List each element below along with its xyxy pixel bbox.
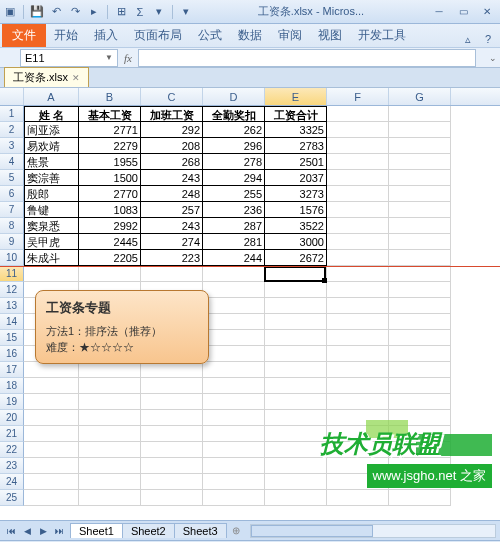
cell[interactable] [203,362,265,378]
cell[interactable]: 2992 [79,218,141,234]
qat-tool1-icon[interactable]: ⊞ [113,4,129,20]
cell[interactable] [141,362,203,378]
cell[interactable] [141,266,203,282]
cell[interactable]: 223 [141,250,203,266]
cell[interactable]: 281 [203,234,265,250]
sheet-nav-last-icon[interactable]: ⏭ [52,524,66,538]
cell[interactable] [141,394,203,410]
save-icon[interactable]: 💾 [29,4,45,20]
tab-formulas[interactable]: 公式 [190,24,230,47]
workbook-close-icon[interactable]: ✕ [72,73,80,83]
cell[interactable] [327,314,389,330]
cell[interactable] [265,282,327,298]
cell[interactable]: 1955 [79,154,141,170]
hscroll-thumb[interactable] [251,525,373,537]
cell[interactable]: 焦景 [24,154,79,170]
cell[interactable] [203,314,265,330]
cell[interactable] [389,490,451,506]
row-header[interactable]: 2 [0,122,24,138]
row-header[interactable]: 10 [0,250,24,266]
cell[interactable] [389,186,451,202]
cell[interactable] [389,426,451,442]
cell[interactable]: 294 [203,170,265,186]
cell[interactable] [327,330,389,346]
cell[interactable] [79,490,141,506]
cell[interactable] [24,266,79,282]
name-box[interactable]: E11 ▼ [20,49,118,67]
cell[interactable]: 易欢靖 [24,138,79,154]
cell[interactable]: 吴甲虎 [24,234,79,250]
cell[interactable] [24,458,79,474]
cell[interactable] [265,362,327,378]
cell[interactable]: 鲁键 [24,202,79,218]
cell[interactable] [79,410,141,426]
row-header[interactable]: 18 [0,378,24,394]
cell[interactable]: 2445 [79,234,141,250]
cell[interactable]: 全勤奖扣 [203,106,265,122]
row-header[interactable]: 13 [0,298,24,314]
cell[interactable] [327,234,389,250]
cell[interactable] [389,410,451,426]
cell[interactable] [203,266,265,282]
cell[interactable]: 訚亚添 [24,122,79,138]
row-header[interactable]: 22 [0,442,24,458]
cell[interactable]: 236 [203,202,265,218]
cell[interactable] [203,426,265,442]
cell[interactable] [265,394,327,410]
cell[interactable] [327,186,389,202]
cell[interactable]: 243 [141,218,203,234]
cell[interactable] [79,362,141,378]
cell[interactable]: 3000 [265,234,327,250]
cell[interactable] [389,218,451,234]
callout-box[interactable]: 工资条专题 方法1：排序法（推荐） 难度：★☆☆☆☆ [35,290,209,364]
cell[interactable] [327,218,389,234]
cell[interactable] [79,426,141,442]
row-header[interactable]: 11 [0,266,24,282]
cell[interactable] [265,346,327,362]
cell[interactable]: 殷郎 [24,186,79,202]
cell[interactable] [389,298,451,314]
sheet-tab-3[interactable]: Sheet3 [174,523,227,538]
restore-button[interactable]: ▭ [452,4,474,20]
cell[interactable] [203,282,265,298]
row-header[interactable]: 8 [0,218,24,234]
row-header[interactable]: 6 [0,186,24,202]
cell[interactable] [141,490,203,506]
row-header[interactable]: 4 [0,154,24,170]
cell[interactable] [389,394,451,410]
ribbon-minimize-icon[interactable]: ▵ [460,31,476,47]
cell[interactable]: 姓 名 [24,106,79,122]
row-header[interactable]: 12 [0,282,24,298]
cell[interactable] [327,490,389,506]
cell[interactable] [141,458,203,474]
sheet-nav-prev-icon[interactable]: ◀ [20,524,34,538]
cell[interactable] [389,458,451,474]
cell[interactable]: 基本工资 [79,106,141,122]
tab-page-layout[interactable]: 页面布局 [126,24,190,47]
cell[interactable] [389,282,451,298]
tab-developer[interactable]: 开发工具 [350,24,414,47]
cell[interactable] [327,154,389,170]
cell[interactable] [327,378,389,394]
cell[interactable] [389,266,451,282]
cell[interactable] [203,378,265,394]
row-header[interactable]: 3 [0,138,24,154]
cell[interactable] [141,378,203,394]
sheet-nav-next-icon[interactable]: ▶ [36,524,50,538]
row-header[interactable]: 17 [0,362,24,378]
cell[interactable] [389,330,451,346]
sheet-tab-1[interactable]: Sheet1 [70,523,123,538]
cell[interactable] [203,474,265,490]
cell[interactable] [327,106,389,122]
cell[interactable] [141,426,203,442]
row-header[interactable]: 21 [0,426,24,442]
file-tab[interactable]: 文件 [2,24,46,47]
excel-icon[interactable]: ▣ [2,4,18,20]
cell[interactable]: 296 [203,138,265,154]
cell[interactable] [327,170,389,186]
row-header[interactable]: 1 [0,106,24,122]
row-header[interactable]: 19 [0,394,24,410]
row-header[interactable]: 16 [0,346,24,362]
tab-review[interactable]: 审阅 [270,24,310,47]
cell[interactable]: 292 [141,122,203,138]
